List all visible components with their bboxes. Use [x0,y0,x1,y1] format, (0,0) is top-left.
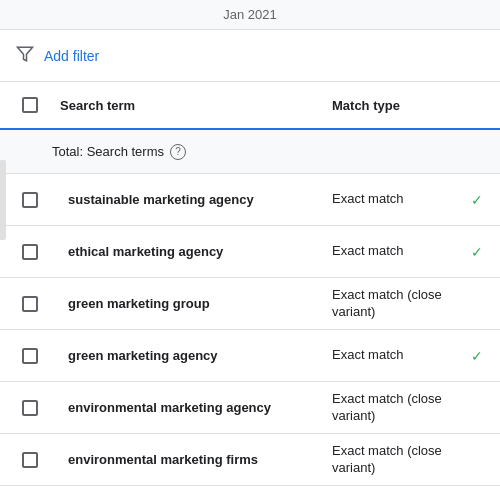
search-term-text: environmental marketing agency [60,400,271,415]
search-term-text: green marketing group [60,296,210,311]
match-type-column-header: Match type [332,98,462,113]
table-body: sustainable marketing agencyExact match✓… [0,174,500,486]
row-checkbox-col [8,348,52,364]
search-term-column-header: Search term [52,98,332,113]
total-label: Total: Search terms ? [8,144,186,160]
active-status-icon: ✓ [471,244,483,260]
search-term-text: green marketing agency [60,348,218,363]
active-status-icon: ✓ [471,192,483,208]
row-checkbox[interactable] [22,244,38,260]
date-bar: Jan 2021 [0,0,500,30]
match-type-text: Exact match (close variant) [332,391,462,425]
help-icon[interactable]: ? [170,144,186,160]
row-checkbox[interactable] [22,348,38,364]
search-terms-table: Search term Match type Total: Search ter… [0,82,500,486]
row-checkbox-col [8,244,52,260]
table-header: Search term Match type [0,82,500,130]
table-row: environmental marketing firmsExact match… [0,434,500,486]
filter-icon [16,45,34,67]
status-icon-col: ✓ [462,244,492,260]
header-checkbox-col [8,97,52,113]
status-icon-col: ✓ [462,348,492,364]
table-row: green marketing agencyExact match✓ [0,330,500,382]
row-checkbox-col [8,452,52,468]
date-label: Jan 2021 [223,7,277,22]
search-term-text: environmental marketing firms [60,452,258,467]
match-type-text: Exact match [332,347,462,364]
filter-bar: Add filter [0,30,500,82]
add-filter-button[interactable]: Add filter [44,48,99,64]
table-row: green marketing groupExact match (close … [0,278,500,330]
row-checkbox-col [8,296,52,312]
table-row: ethical marketing agencyExact match✓ [0,226,500,278]
sidebar-scroll-indicator [0,160,6,240]
active-status-icon: ✓ [471,348,483,364]
match-type-text: Exact match [332,243,462,260]
total-row: Total: Search terms ? [0,130,500,174]
table-row: sustainable marketing agencyExact match✓ [0,174,500,226]
row-checkbox-col [8,192,52,208]
select-all-checkbox[interactable] [22,97,38,113]
search-term-text: sustainable marketing agency [60,192,254,207]
row-checkbox[interactable] [22,400,38,416]
match-type-text: Exact match [332,191,462,208]
status-icon-col: ✓ [462,192,492,208]
row-checkbox[interactable] [22,452,38,468]
row-checkbox[interactable] [22,296,38,312]
search-term-text: ethical marketing agency [60,244,223,259]
svg-marker-0 [18,47,33,61]
match-type-text: Exact match (close variant) [332,287,462,321]
row-checkbox-col [8,400,52,416]
row-checkbox[interactable] [22,192,38,208]
table-row: environmental marketing agencyExact matc… [0,382,500,434]
match-type-text: Exact match (close variant) [332,443,462,477]
